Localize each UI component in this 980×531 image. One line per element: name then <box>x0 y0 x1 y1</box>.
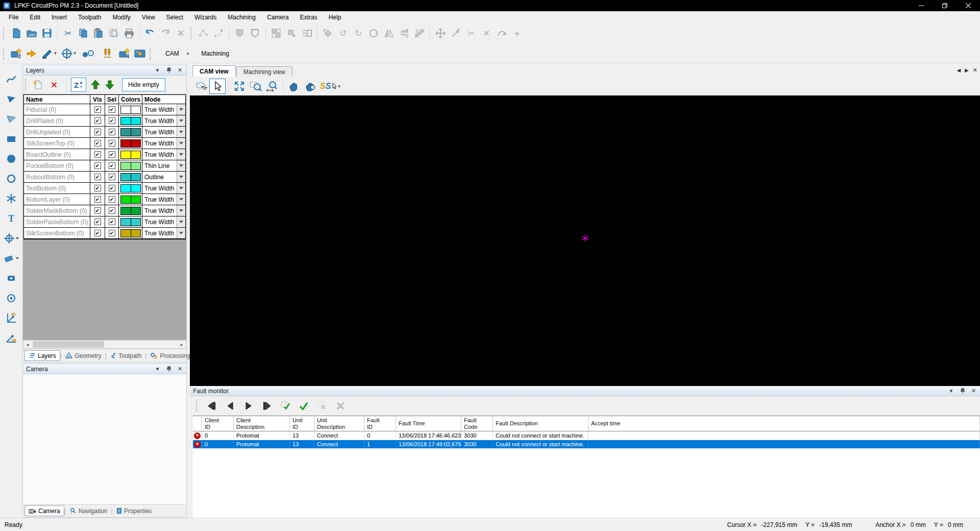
visibility-checkbox[interactable]: ✔ <box>94 129 101 135</box>
pan-button[interactable] <box>286 79 302 94</box>
layer-color-swatch[interactable] <box>120 207 141 215</box>
tab-toolpath[interactable]: Toolpath <box>107 350 145 361</box>
first-fault-button[interactable] <box>204 398 220 414</box>
step-repeat-button[interactable] <box>412 26 427 41</box>
layer-color-swatch[interactable] <box>120 117 141 125</box>
previous-fault-button[interactable] <box>222 398 238 414</box>
layer-mode-value[interactable]: Outline <box>142 172 177 182</box>
zoom-width-button[interactable] <box>264 79 280 94</box>
board-view-button[interactable] <box>132 46 148 61</box>
close-icon[interactable]: ✕ <box>177 67 183 74</box>
panel-menu-button[interactable]: ▾ <box>154 67 161 74</box>
layer-name[interactable]: SilkScreenTop (0) <box>24 138 90 149</box>
rotate-free-button[interactable] <box>366 26 381 41</box>
layer-name[interactable]: SolderPasteBottom (0) <box>24 216 90 227</box>
layer-name[interactable]: PocketBottom (0) <box>24 160 90 171</box>
cut-segment-button[interactable]: ✂ <box>463 26 479 41</box>
rubout-tool-button[interactable] <box>3 192 20 205</box>
move-layer-up-button[interactable] <box>88 78 103 92</box>
selectable-checkbox[interactable]: ✔ <box>109 151 115 158</box>
board-production-wizard-button[interactable]: ▾ <box>39 46 59 61</box>
minimize-button[interactable] <box>910 0 933 11</box>
pointer-select-button[interactable] <box>209 79 226 94</box>
layer-mode-value[interactable]: True Width <box>142 115 177 126</box>
layer-mode-dropdown[interactable] <box>177 194 185 205</box>
polygon-filled-tool-button[interactable] <box>3 92 20 105</box>
polygon-tool-button[interactable] <box>3 112 20 125</box>
selectable-checkbox[interactable]: ✔ <box>109 140 115 147</box>
unaccept-selected-button[interactable] <box>314 398 330 414</box>
delete-layer-button[interactable]: ✕ <box>47 78 61 92</box>
pad-tool-button[interactable] <box>3 272 20 284</box>
layer-color-swatch[interactable] <box>120 173 141 181</box>
visibility-checkbox[interactable]: ✔ <box>94 106 101 113</box>
menu-item[interactable]: Extras <box>295 12 323 22</box>
menu-item[interactable]: Camera <box>261 12 295 22</box>
angle-90-tool-button[interactable]: 90 <box>3 311 20 324</box>
accept-all-button[interactable] <box>296 398 312 414</box>
close-button[interactable] <box>957 0 980 11</box>
layer-name[interactable]: SilkScreenBottom (0) <box>24 228 90 238</box>
layer-name[interactable]: BoardOutline (0) <box>24 149 90 160</box>
angle-45-tool-button[interactable]: 45 <box>3 331 20 344</box>
insert-points-button[interactable] <box>196 26 211 41</box>
panel-menu-button[interactable]: ▾ <box>154 366 161 373</box>
toolbar-grip[interactable] <box>190 27 193 39</box>
layer-mode-dropdown[interactable] <box>177 216 185 227</box>
visibility-checkbox[interactable]: ✔ <box>94 151 101 158</box>
scrollbar-thumb[interactable] <box>33 341 104 348</box>
layer-name[interactable]: BottomLayer (0) <box>24 194 90 205</box>
rectangle-tool-button[interactable] <box>3 132 20 145</box>
process-planning-wizard-button[interactable]: 2 <box>9 46 24 61</box>
layer-color-swatch[interactable] <box>120 162 141 170</box>
selectable-checkbox[interactable]: ✔ <box>109 219 115 225</box>
fiducial-tool-button[interactable] <box>3 292 20 304</box>
selectable-checkbox[interactable]: ✔ <box>109 207 115 214</box>
selectable-checkbox[interactable]: ✔ <box>109 129 115 135</box>
layer-row[interactable]: PocketBottom (0) ✔ ✔ Thin Line <box>24 160 185 172</box>
open-contour-button[interactable] <box>248 26 263 41</box>
measure-button[interactable] <box>448 26 463 41</box>
layer-row[interactable]: BoardOutline (0) ✔ ✔ True Width <box>24 149 185 160</box>
lasso-select-button[interactable] <box>193 79 209 94</box>
tab-scroll-right-button[interactable]: ▶ <box>965 67 969 73</box>
alignment-tool-button[interactable] <box>3 232 20 245</box>
layer-name[interactable]: SolderMaskBottom (0) <box>24 205 90 216</box>
layer-mode-value[interactable]: True Width <box>142 149 177 160</box>
tab-navigation[interactable]: Navigation <box>66 505 111 516</box>
tab-properties[interactable]: Properties <box>113 505 156 516</box>
pin-icon[interactable] <box>165 366 172 373</box>
layer-color-swatch[interactable] <box>120 106 141 114</box>
visibility-checkbox[interactable]: ✔ <box>94 140 101 147</box>
toolbar-grip[interactable] <box>3 27 6 39</box>
layer-row[interactable]: SilkScreenBottom (0) ✔ ✔ True Width <box>24 228 185 239</box>
cam-canvas[interactable] <box>190 95 980 386</box>
layer-row[interactable]: RuboutBottom (0) ✔ ✔ Outline <box>24 172 185 183</box>
paste-button[interactable] <box>91 26 106 41</box>
layer-mode-dropdown[interactable] <box>177 228 185 238</box>
layer-mode-dropdown[interactable] <box>177 205 185 216</box>
restore-button[interactable] <box>933 0 957 11</box>
layer-mode-value[interactable]: True Width <box>142 205 177 216</box>
layer-mode-dropdown[interactable] <box>177 138 185 149</box>
layers-horizontal-scrollbar[interactable]: ◂ ▸ <box>23 340 186 349</box>
layer-mode-value[interactable]: True Width <box>142 228 177 238</box>
selectable-checkbox[interactable]: ✔ <box>109 174 115 180</box>
new-document-button[interactable] <box>9 26 24 41</box>
print-preview-button[interactable] <box>106 26 121 41</box>
layer-row[interactable]: BottomLayer (0) ✔ ✔ True Width <box>24 194 185 205</box>
tab-close-button[interactable]: ✕ <box>973 67 977 74</box>
layer-name[interactable]: DrillPlated (0) <box>24 115 90 126</box>
selectable-checkbox[interactable]: ✔ <box>109 162 115 169</box>
layer-mode-value[interactable]: True Width <box>142 183 177 194</box>
layer-name[interactable]: Fiducial (0) <box>24 104 90 115</box>
accept-selected-button[interactable] <box>277 398 293 414</box>
layer-mode-dropdown[interactable] <box>177 104 185 115</box>
layer-name[interactable]: TextBottom (0) <box>24 183 90 194</box>
move-layer-down-button[interactable] <box>103 78 117 92</box>
print-button[interactable] <box>121 26 137 41</box>
visibility-checkbox[interactable]: ✔ <box>94 185 101 191</box>
tool-magazine-button[interactable] <box>97 46 117 61</box>
menu-item[interactable]: Select <box>161 12 189 22</box>
layer-mode-dropdown[interactable] <box>177 183 185 194</box>
